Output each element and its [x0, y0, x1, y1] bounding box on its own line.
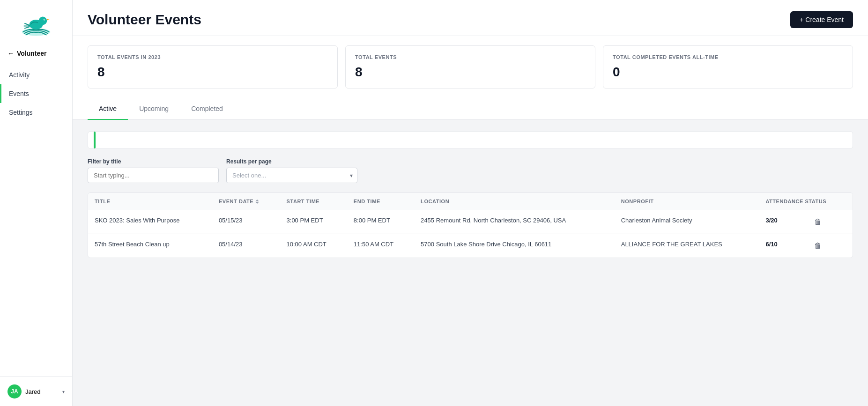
filter-title-label: Filter by title — [88, 158, 219, 165]
page-header: Volunteer Events + Create Event — [73, 0, 868, 36]
back-label: Volunteer — [17, 50, 47, 57]
table-row: 57th Street Beach Clean up 05/14/23 10:0… — [88, 234, 853, 258]
cell-end-1: 11:50 AM CDT — [347, 234, 414, 258]
stat-card-1: TOTAL EVENTS 8 — [345, 45, 595, 89]
events-table-wrapper: TITLE EVENT DATE — [88, 192, 853, 258]
tabs-bar: Active Upcoming Completed — [73, 98, 868, 120]
table-header-row: TITLE EVENT DATE — [88, 193, 853, 210]
events-table: TITLE EVENT DATE — [88, 193, 853, 258]
user-menu[interactable]: JA Jared ▾ — [0, 376, 72, 406]
cell-date-1: 05/14/23 — [212, 234, 280, 258]
th-event-date[interactable]: EVENT DATE — [212, 193, 280, 210]
cell-start-0: 3:00 PM EDT — [280, 210, 347, 234]
delete-button-0[interactable]: 🗑 — [811, 217, 824, 227]
logo-icon — [17, 9, 55, 37]
cell-title-1: 57th Street Beach Clean up — [88, 234, 212, 258]
cell-delete-0: 🗑 — [805, 210, 853, 234]
th-start-time: START TIME — [280, 193, 347, 210]
cell-location-1: 5700 South Lake Shore Drive Chicago, IL … — [414, 234, 615, 258]
user-name: Jared — [25, 388, 59, 395]
filter-results-select[interactable]: Select one... 10 25 50 — [226, 168, 357, 183]
content-area: Filter by title Results per page Select … — [73, 120, 868, 406]
sidebar-item-settings[interactable]: Settings — [0, 103, 72, 122]
tab-active[interactable]: Active — [88, 98, 128, 120]
sidebar-item-events[interactable]: Events — [0, 84, 72, 103]
cell-attendance-1: 6/10 — [759, 234, 804, 258]
search-bar-container — [88, 131, 853, 149]
search-input[interactable] — [101, 132, 847, 148]
stat-label-1: TOTAL EVENTS — [355, 54, 586, 60]
svg-point-4 — [45, 19, 45, 20]
sidebar-nav: Activity Events Settings — [0, 66, 72, 376]
th-nonprofit: NONPROFIT — [615, 193, 759, 210]
cell-attendance-0: 3/20 — [759, 210, 804, 234]
cell-title-0: SKO 2023: Sales With Purpose — [88, 210, 212, 234]
cell-end-0: 8:00 PM EDT — [347, 210, 414, 234]
filter-title-input[interactable] — [88, 168, 219, 183]
main-content: Volunteer Events + Create Event TOTAL EV… — [73, 0, 868, 406]
stats-row: TOTAL EVENTS IN 2023 8 TOTAL EVENTS 8 TO… — [73, 36, 868, 98]
cell-location-0: 2455 Remount Rd, North Charleston, SC 29… — [414, 210, 615, 234]
th-end-time: END TIME — [347, 193, 414, 210]
filter-title-group: Filter by title — [88, 158, 219, 183]
stat-label-2: TOTAL COMPLETED EVENTS ALL-TIME — [613, 54, 843, 60]
table-body: SKO 2023: Sales With Purpose 05/15/23 3:… — [88, 210, 853, 258]
tab-upcoming[interactable]: Upcoming — [128, 98, 180, 120]
stat-label-0: TOTAL EVENTS IN 2023 — [97, 54, 328, 60]
search-accent — [94, 132, 96, 148]
table-row: SKO 2023: Sales With Purpose 05/15/23 3:… — [88, 210, 853, 234]
cell-nonprofit-0: Charleston Animal Society — [615, 210, 759, 234]
page-title: Volunteer Events — [88, 12, 201, 28]
stat-value-1: 8 — [355, 65, 586, 80]
svg-point-2 — [39, 17, 47, 25]
avatar: JA — [7, 384, 22, 399]
stat-value-2: 0 — [613, 65, 843, 80]
th-title: TITLE — [88, 193, 212, 210]
back-arrow-icon: ← — [7, 50, 14, 57]
filter-results-wrapper: Select one... 10 25 50 ▾ — [226, 168, 357, 183]
th-location: LOCATION — [414, 193, 615, 210]
sort-icon-event-date — [255, 199, 259, 204]
th-attendance-status: ATTENDANCE STATUS — [759, 193, 853, 210]
sidebar-item-activity[interactable]: Activity — [0, 66, 72, 84]
filters-row: Filter by title Results per page Select … — [88, 158, 853, 183]
cell-date-0: 05/15/23 — [212, 210, 280, 234]
cell-delete-1: 🗑 — [805, 234, 853, 258]
cell-nonprofit-1: ALLIANCE FOR THE GREAT LAKES — [615, 234, 759, 258]
filter-results-label: Results per page — [226, 158, 357, 165]
chevron-down-icon: ▾ — [62, 389, 65, 394]
stat-card-0: TOTAL EVENTS IN 2023 8 — [88, 45, 338, 89]
stat-value-0: 8 — [97, 65, 328, 80]
stat-card-2: TOTAL COMPLETED EVENTS ALL-TIME 0 — [603, 45, 853, 89]
tab-completed[interactable]: Completed — [180, 98, 234, 120]
filter-results-group: Results per page Select one... 10 25 50 … — [226, 158, 357, 183]
delete-button-1[interactable]: 🗑 — [811, 241, 824, 251]
logo — [0, 0, 72, 45]
cell-start-1: 10:00 AM CDT — [280, 234, 347, 258]
back-to-volunteer[interactable]: ← Volunteer — [0, 45, 72, 62]
sidebar: ← Volunteer Activity Events Settings JA … — [0, 0, 73, 406]
create-event-button[interactable]: + Create Event — [790, 11, 853, 28]
